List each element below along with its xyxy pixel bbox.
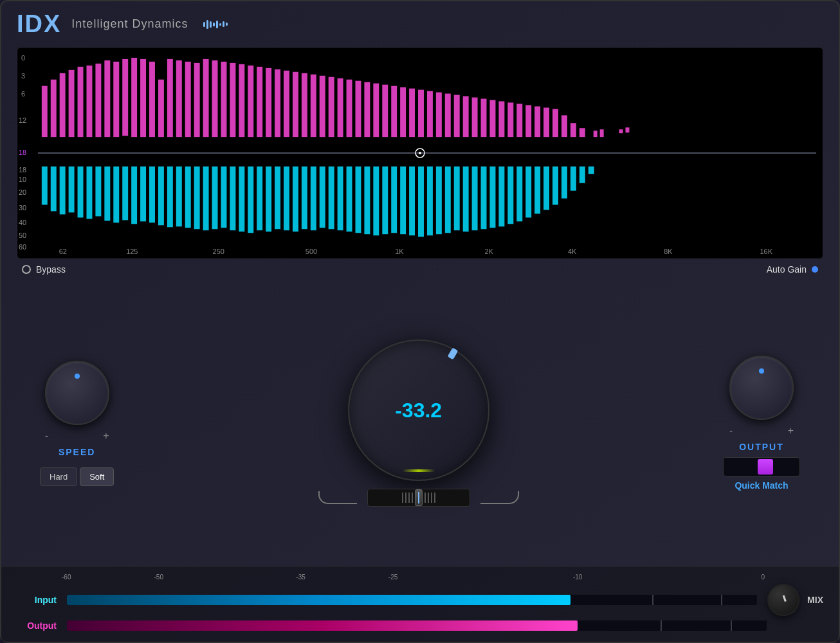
svg-rect-34 [347,80,352,137]
plugin-title: IDX [17,10,61,38]
svg-rect-50 [489,100,495,138]
svg-rect-10 [131,58,137,137]
svg-rect-9 [122,59,128,136]
svg-rect-104 [364,167,370,234]
mix-knob-marker [783,595,787,601]
pitch-slider-track[interactable] [367,489,470,507]
quick-match-slider[interactable] [723,457,800,476]
svg-rect-62 [600,129,604,137]
svg-text:500: 500 [306,248,317,255]
svg-rect-69 [51,167,57,212]
svg-rect-74 [95,167,101,217]
svg-text:18: 18 [19,166,26,174]
svg-rect-116 [472,167,478,230]
svg-rect-75 [104,167,110,221]
speed-knob-indicator [75,374,80,379]
scale-0: 0 [761,574,765,581]
quick-match-section: Quick Match [723,457,800,491]
svg-rect-46 [454,95,460,138]
scale-minus35: -35 [296,574,305,581]
output-knob-indicator [759,368,764,374]
svg-rect-85 [194,167,200,229]
quick-match-handle [758,459,773,475]
speed-minus[interactable]: - [45,430,48,442]
svg-rect-70 [60,167,66,215]
output-knob[interactable] [729,356,794,420]
svg-rect-30 [311,75,316,137]
svg-rect-86 [203,167,209,230]
svg-rect-4 [78,67,84,137]
svg-text:40: 40 [19,219,26,226]
svg-rect-106 [382,167,388,234]
scale-labels-container: -60 -50 -35 -25 -10 0 [62,574,772,583]
svg-rect-40 [400,87,406,138]
svg-text:0: 0 [21,54,25,62]
waveform-bar-6 [219,23,221,26]
output-plus[interactable]: + [788,425,794,437]
svg-rect-36 [364,82,370,137]
svg-rect-92 [257,167,262,230]
input-meter-fill [67,595,571,605]
svg-rect-128 [580,167,585,183]
svg-rect-63 [619,129,623,133]
mix-knob[interactable] [767,584,799,616]
speed-plus[interactable]: + [103,430,109,442]
svg-rect-123 [534,167,540,214]
plugin-container: IDX Intelligent Dynamics [0,0,840,643]
mix-knob-section [767,584,799,616]
output-meter-fill [67,620,578,631]
svg-rect-73 [86,167,92,219]
svg-rect-32 [329,77,334,137]
scale-minus10: -10 [573,574,582,581]
pitch-line-11 [434,493,435,503]
svg-rect-78 [131,167,137,224]
pitch-line-3 [408,493,410,503]
svg-rect-0 [42,86,48,138]
svg-rect-54 [525,105,531,137]
svg-rect-45 [445,94,451,138]
svg-text:3: 3 [21,72,25,80]
svg-rect-5 [86,66,92,137]
auto-gain-indicator[interactable] [812,266,818,273]
svg-rect-129 [589,167,594,174]
svg-rect-72 [78,167,84,218]
spectrum-display: 0 3 6 12 18 18 10 20 30 40 50 60 62 125 … [17,47,823,259]
speed-knob[interactable] [45,361,109,425]
svg-rect-82 [167,167,173,227]
bypass-group: Bypass [22,264,66,275]
hard-button[interactable]: Hard [40,467,77,486]
input-meter-row: Input MIX [17,584,823,616]
waveform-bar-1 [203,22,205,27]
svg-rect-105 [373,167,379,235]
main-knob-outer[interactable]: -33.2 [348,340,489,481]
svg-text:30: 30 [19,204,26,212]
svg-rect-113 [445,167,451,233]
input-tick-1 [652,595,653,605]
svg-rect-29 [302,73,307,137]
svg-rect-121 [516,167,522,221]
svg-rect-95 [284,167,289,230]
main-knob-indicator [447,348,458,360]
svg-rect-28 [293,72,298,137]
meters-section: -60 -50 -35 -25 -10 0 Input [1,566,839,642]
waveform-bar-3 [210,21,212,28]
svg-rect-96 [293,167,298,231]
svg-rect-15 [176,60,182,137]
svg-text:2K: 2K [485,248,494,255]
svg-rect-21 [230,63,235,137]
header-waveform [203,20,228,29]
bypass-toggle[interactable] [22,265,31,274]
svg-rect-103 [355,167,361,233]
soft-button[interactable]: Soft [80,467,114,486]
svg-text:125: 125 [126,248,138,255]
svg-rect-3 [69,70,75,137]
quick-match-label: Quick Match [735,480,788,491]
svg-rect-1 [51,80,57,137]
output-minus[interactable]: - [729,425,733,437]
plugin-subtitle: Intelligent Dynamics [71,17,188,31]
svg-rect-56 [543,107,549,137]
svg-rect-41 [409,89,415,138]
output-meter-label: Output [27,620,57,631]
svg-rect-24 [257,67,262,137]
svg-rect-107 [391,167,397,233]
